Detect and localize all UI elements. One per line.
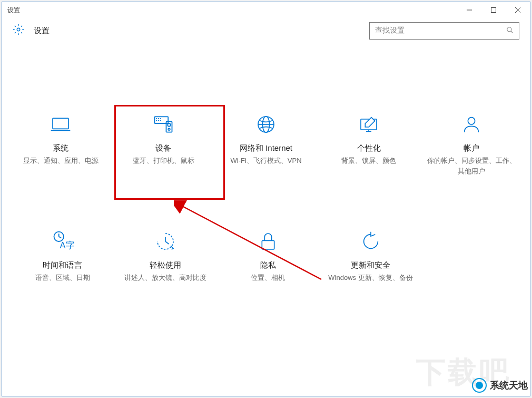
watermark: 系统天地 bbox=[472, 378, 528, 393]
svg-point-4 bbox=[17, 28, 20, 31]
tile-title: 系统 bbox=[53, 143, 68, 153]
page-title: 设置 bbox=[34, 26, 50, 36]
tile-title: 个性化 bbox=[357, 143, 381, 153]
svg-text:A字: A字 bbox=[60, 240, 74, 250]
tile-network[interactable]: 网络和 Internet Wi-Fi、飞行模式、VPN bbox=[215, 112, 318, 176]
tile-privacy[interactable]: 隐私 位置、相机 bbox=[216, 229, 319, 283]
tile-devices[interactable]: 设备 蓝牙、打印机、鼠标 bbox=[112, 112, 215, 176]
svg-line-31 bbox=[165, 241, 169, 244]
network-icon bbox=[255, 112, 277, 137]
header: 设置 查找设置 bbox=[2, 18, 530, 43]
devices-icon bbox=[152, 112, 175, 137]
tiles-row-2: A字 时间和语言 语音、区域、日期 轻松使用 讲述人、放大镜、高对比度 bbox=[11, 229, 530, 283]
tiles-row-1: 系统 显示、通知、应用、电源 设备 蓝牙、打印机、鼠标 bbox=[2, 112, 530, 176]
window-title: 设置 bbox=[7, 6, 20, 15]
close-button[interactable] bbox=[506, 2, 530, 18]
search-icon bbox=[506, 26, 514, 35]
tile-desc: Windows 更新、恢复、备份 bbox=[323, 273, 418, 283]
tile-desc: 蓝牙、打印机、鼠标 bbox=[127, 156, 200, 166]
watermark-text: 系统天地 bbox=[490, 379, 528, 392]
tile-desc: 显示、通知、应用、电源 bbox=[18, 156, 104, 166]
accounts-icon bbox=[461, 112, 482, 137]
tile-desc: 讲述人、放大镜、高对比度 bbox=[119, 273, 212, 283]
search-placeholder: 查找设置 bbox=[375, 26, 506, 35]
svg-point-5 bbox=[507, 27, 511, 31]
svg-point-25 bbox=[468, 118, 475, 124]
maximize-button[interactable] bbox=[481, 2, 506, 18]
svg-line-28 bbox=[58, 237, 61, 238]
tile-title: 网络和 Internet bbox=[240, 143, 292, 153]
tile-system[interactable]: 系统 显示、通知、应用、电源 bbox=[9, 112, 112, 176]
svg-rect-7 bbox=[53, 118, 68, 129]
tile-title: 时间和语言 bbox=[43, 260, 82, 270]
ease-of-access-icon bbox=[155, 229, 176, 254]
tile-desc: 语音、区域、日期 bbox=[30, 273, 95, 283]
svg-rect-1 bbox=[491, 8, 496, 13]
search-input[interactable]: 查找设置 bbox=[369, 22, 519, 40]
titlebar: 设置 bbox=[2, 2, 530, 18]
minimize-button[interactable] bbox=[457, 2, 481, 18]
tile-desc: 你的帐户、同步设置、工作、其他用户 bbox=[420, 156, 523, 176]
update-security-icon bbox=[360, 229, 381, 254]
tile-accounts[interactable]: 帐户 你的帐户、同步设置、工作、其他用户 bbox=[420, 112, 523, 176]
watermark-logo-icon bbox=[472, 378, 487, 393]
tile-update-security[interactable]: 更新和安全 Windows 更新、恢复、备份 bbox=[319, 229, 422, 283]
tile-time-language[interactable]: A字 时间和语言 语音、区域、日期 bbox=[11, 229, 114, 283]
tile-ease-of-access[interactable]: 轻松使用 讲述人、放大镜、高对比度 bbox=[114, 229, 216, 283]
svg-point-18 bbox=[168, 128, 170, 130]
settings-window: 设置 设置 查找设置 bbox=[2, 2, 530, 396]
system-icon bbox=[50, 112, 71, 137]
tile-title: 更新和安全 bbox=[351, 260, 390, 270]
tile-desc: 背景、锁屏、颜色 bbox=[336, 156, 401, 166]
content-area: 系统 显示、通知、应用、电源 设备 蓝牙、打印机、鼠标 bbox=[2, 43, 530, 396]
tile-desc: 位置、相机 bbox=[245, 273, 290, 283]
time-language-icon: A字 bbox=[51, 229, 74, 254]
svg-point-17 bbox=[168, 123, 171, 127]
svg-rect-32 bbox=[262, 240, 274, 249]
tile-title: 轻松使用 bbox=[150, 260, 181, 270]
privacy-icon bbox=[258, 229, 279, 254]
personalization-icon bbox=[358, 112, 379, 137]
tile-title: 帐户 bbox=[464, 143, 479, 153]
svg-line-6 bbox=[511, 31, 513, 33]
tile-desc: Wi-Fi、飞行模式、VPN bbox=[225, 156, 307, 166]
gear-icon bbox=[13, 24, 24, 37]
tile-title: 隐私 bbox=[260, 260, 276, 270]
tile-personalization[interactable]: 个性化 背景、锁屏、颜色 bbox=[318, 112, 420, 176]
tile-title: 设备 bbox=[155, 143, 171, 153]
